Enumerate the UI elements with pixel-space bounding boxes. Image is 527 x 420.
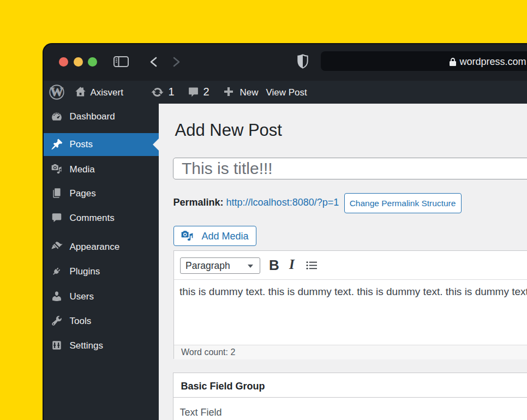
svg-text:W: W (50, 85, 63, 99)
